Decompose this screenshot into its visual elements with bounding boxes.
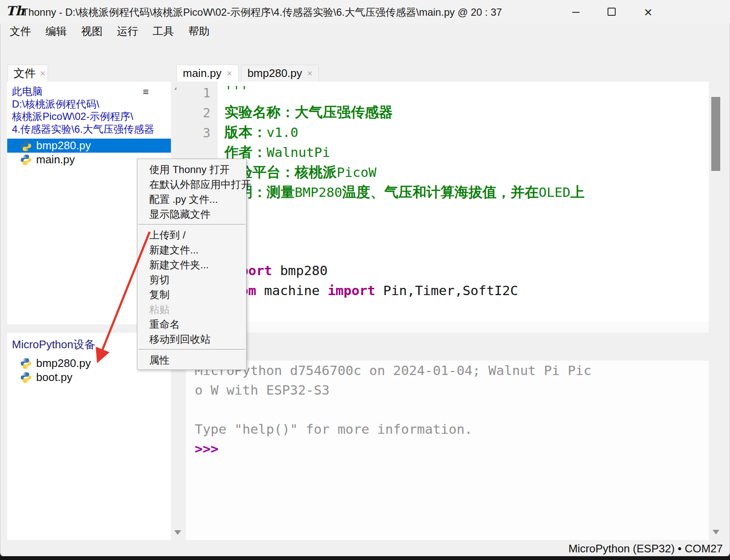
minimize-button[interactable] [572,8,582,17]
code-segment: WalnutPi [267,145,330,160]
menu-item-3[interactable]: 运行 [110,24,145,38]
context-menu-item[interactable]: 新建文件... [137,242,246,257]
editor-tab-bar: main.py×bmp280.py× [176,65,321,82]
menu-item-1[interactable]: 编辑 [38,24,74,38]
file-name: bmp280.py [36,357,91,370]
scroll-down-icon[interactable] [713,530,719,534]
context-menu-item[interactable]: 属性 [137,352,246,367]
file-name: boot.py [36,371,72,384]
code-line-6: 说明：测量BMP280温度、气压和计算海拔值，并在OLED上 [218,183,709,203]
shell-splitter-band[interactable] [176,333,724,361]
menu-item-0[interactable]: 文件 [3,24,38,38]
shell-line: o W with ESP32-S3 [186,380,709,400]
thonny-window: Th Thonny - D:\核桃派例程代码\核桃派PicoW\02-示例程序\… [0,0,730,557]
editor-tab-label: main.py [183,67,222,80]
menu-item-4[interactable]: 工具 [145,24,181,38]
code-line-4: 作者：WalnutPi [218,143,709,163]
code-line-11: from machine import Pin,Timer,SoftI2C [218,283,709,303]
shell-line: Type "help()" for more information. [186,419,709,439]
code-line-10: import bmp280 [218,263,709,283]
menu-item-5[interactable]: 帮助 [181,24,217,38]
code-segment: ''' [224,83,248,98]
tab-close-icon[interactable]: × [307,68,313,79]
code-segment: 上 [571,184,585,200]
code-line-2: 实验名称：大气压强传感器 [218,103,709,123]
context-menu-item[interactable]: 配置 .py 文件... [137,192,246,207]
context-menu-item[interactable]: 显示隐藏文件 [137,207,246,222]
title-bar: Th Thonny - D:\核桃派例程代码\核桃派PicoW\02-示例程序\… [0,0,730,23]
code-line-8 [218,223,709,243]
code-segment: 温度、气压和计算海拔值，并在 [342,184,539,200]
close-icon: ✕ [644,6,653,18]
code-line-1: ''' [218,83,709,103]
files-panel-menu-icon[interactable]: ≡ [143,86,149,98]
files-tab-close-icon[interactable]: × [40,68,45,79]
interpreter-status[interactable]: MicroPython (ESP32) • COM27 [568,542,723,555]
context-menu: 使用 Thonny 打开在默认外部应用中打开配置 .py 文件...显示隐藏文件… [137,159,247,370]
menu-separator [138,349,245,350]
maximize-icon [608,8,616,16]
current-path[interactable]: 此电脑D:\核桃派例程代码\核桃派PicoW\02-示例程序\4.传感器实验\6… [12,85,152,135]
context-menu-item[interactable]: 重命名 [137,317,246,332]
context-menu-item[interactable]: 上传到 / [137,227,246,242]
code-segment: bmp280 [272,263,328,278]
path-line-0[interactable]: 此电脑 [12,85,152,98]
code-segment: BMP280 [295,185,342,200]
code-segment: v1.0 [267,125,298,140]
close-button[interactable]: ✕ [644,8,653,17]
local-file-bmp280.py[interactable]: bmp280.py [7,139,171,153]
code-editor[interactable]: '''实验名称：大气压强传感器版本：v1.0作者：WalnutPi实验平台：核桃… [218,82,709,323]
file-name: bmp280.py [36,139,91,152]
files-panel-tab[interactable]: 文件 × [7,65,48,82]
line-number: 3 [176,123,210,143]
shell-output[interactable]: MicroPython d7546700c on 2024-01-04; Wal… [186,361,709,540]
python-file-icon [20,154,32,166]
menu-separator [138,224,245,225]
code-segment: 实验名称：大气压强传感器 [224,104,393,120]
path-line-2[interactable]: 核桃派PicoW\02-示例程序\ [12,110,152,123]
status-bar: MicroPython (ESP32) • COM27 [0,540,730,557]
context-menu-item[interactable]: 在默认外部应用中打开 [137,177,246,192]
context-menu-item[interactable]: 复制 [137,287,246,302]
maximize-button[interactable] [608,8,617,17]
shell-line: MicroPython d7546700c on 2024-01-04; Wal… [186,361,709,380]
code-segment: Pin,Timer,SoftI2C [375,283,518,298]
shell-vertical-scrollbar[interactable] [709,361,724,540]
code-segment: import [328,283,375,298]
context-menu-item[interactable]: 使用 Thonny 打开 [137,162,246,177]
context-menu-item[interactable]: 剪切 [137,272,246,287]
code-line-7: ''' [218,203,709,223]
window-title: Thonny - D:\核桃派例程代码\核桃派PicoW\02-示例程序\4.传… [22,6,502,19]
path-line-1[interactable]: D:\核桃派例程代码\ [12,98,152,111]
code-segment: 作者： [224,144,267,160]
editor-tab-bmp280.py[interactable]: bmp280.py× [241,65,319,82]
desktop-edge [0,556,730,560]
path-line-3[interactable]: 4.传感器实验\6.大气压强传感器 [12,123,152,136]
editor-tab-label: bmp280.py [247,67,302,80]
device-file-boot.py[interactable]: boot.py [7,370,171,384]
editor-vscroll-thumb[interactable] [711,97,720,171]
code-segment: OLED [539,185,571,200]
line-number: 2 [176,103,210,123]
context-menu-item[interactable]: 新建文件夹... [137,257,246,272]
context-menu-item: 粘贴 [137,302,246,317]
code-segment: machine [256,283,328,298]
menu-item-2[interactable]: 视图 [74,24,110,38]
context-menu-item[interactable]: 移动到回收站 [137,332,246,347]
editor-horizontal-scrollbar[interactable] [176,322,709,333]
shell-line [186,400,709,419]
scroll-down-icon[interactable] [174,530,181,535]
tab-close-icon[interactable]: × [227,68,232,79]
code-segment: 版本： [224,124,267,140]
toolbar: STOP [0,39,730,65]
code-line-3: 版本：v1.0 [218,123,709,143]
shell-prompt: >>> [186,439,709,458]
code-line-5: 实验平台：核桃派PicoW [218,163,709,183]
minimize-icon [572,12,579,13]
python-file-icon [20,140,32,152]
files-tab-label: 文件 [14,66,36,81]
file-name: main.py [36,153,75,166]
editor-tab-main.py[interactable]: main.py× [176,65,239,82]
code-segment: PicoW [337,165,376,180]
menu-bar: 文件编辑视图运行工具帮助 [0,23,730,39]
